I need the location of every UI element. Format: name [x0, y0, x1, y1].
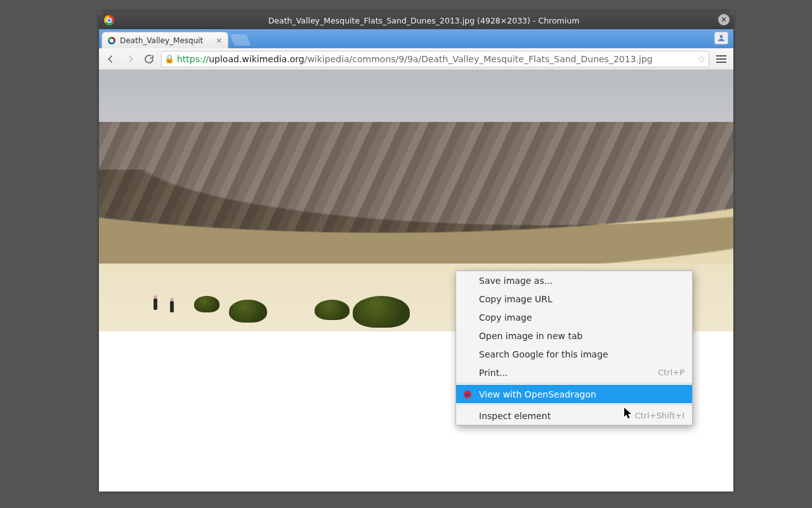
ctx-shortcut: Ctrl+Shift+I: [635, 411, 684, 420]
browser-tab[interactable]: Death_Valley_Mesquit ×: [102, 32, 228, 48]
context-menu: Save image as... Copy image URL Copy ima…: [455, 271, 693, 425]
url-protocol: https://: [177, 54, 209, 64]
forward-button[interactable]: [123, 52, 137, 66]
bookmark-star-icon[interactable]: ☆: [697, 53, 706, 65]
ctx-label: Copy image URL: [479, 294, 553, 304]
navigation-toolbar: 🔒 https://upload.wikimedia.org/wikipedia…: [99, 48, 733, 70]
ctx-label: Open image in new tab: [479, 331, 582, 341]
url-path: /wikipedia/commons/9/9a/Death_Valley_Mes…: [304, 54, 653, 64]
tab-strip: Death_Valley_Mesquit ×: [99, 29, 733, 48]
ctx-label: Inspect element: [479, 411, 551, 421]
back-button[interactable]: [104, 52, 118, 66]
tab-title: Death_Valley_Mesquit: [120, 36, 212, 45]
new-tab-button[interactable]: [230, 34, 251, 46]
window-controls: ✕: [710, 14, 730, 25]
person-icon: [717, 34, 726, 43]
ctx-label: Print...: [479, 368, 508, 378]
window-titlebar: Death_Valley_Mesquite_Flats_Sand_Dunes_2…: [99, 11, 733, 29]
hamburger-icon: [716, 58, 726, 60]
ctx-label: Copy image: [479, 312, 532, 323]
url-text: https://upload.wikimedia.org/wikipedia/c…: [177, 54, 695, 64]
tab-close-icon[interactable]: ×: [216, 36, 223, 45]
window-close-icon[interactable]: ✕: [718, 14, 730, 25]
ctx-save-image-as[interactable]: Save image as...: [456, 271, 692, 290]
secure-lock-icon: 🔒: [164, 54, 174, 64]
mouse-cursor-icon: [624, 407, 632, 420]
window-title: Death_Valley_Mesquite_Flats_Sand_Dunes_2…: [114, 16, 733, 25]
ctx-inspect-element[interactable]: Inspect element Ctrl+Shift+I: [456, 406, 692, 425]
ctx-copy-image-url[interactable]: Copy image URL: [456, 290, 692, 308]
ctx-print[interactable]: Print... Ctrl+P: [456, 363, 692, 382]
ctx-label: Save image as...: [479, 276, 553, 286]
address-bar[interactable]: 🔒 https://upload.wikimedia.org/wikipedia…: [161, 51, 709, 67]
context-menu-separator: [456, 404, 692, 405]
openseadragon-extension-icon: [462, 389, 473, 399]
ctx-shortcut: Ctrl+P: [658, 368, 684, 377]
hamburger-menu-button[interactable]: [714, 52, 728, 66]
profile-avatar-button[interactable]: [714, 32, 728, 44]
tab-favicon-icon: [107, 36, 116, 45]
context-menu-separator: [456, 383, 692, 384]
chromium-logo-icon: [104, 15, 114, 25]
ctx-search-google-image[interactable]: Search Google for this image: [456, 345, 692, 363]
ctx-view-with-openseadragon[interactable]: View with OpenSeadragon: [456, 385, 692, 403]
reload-button[interactable]: [142, 52, 156, 66]
ctx-open-image-new-tab[interactable]: Open image in new tab: [456, 326, 692, 345]
ctx-copy-image[interactable]: Copy image: [456, 308, 692, 326]
ctx-label: Search Google for this image: [479, 349, 608, 359]
ctx-label: View with OpenSeadragon: [479, 389, 596, 399]
url-host: upload.wikimedia.org: [209, 54, 304, 64]
